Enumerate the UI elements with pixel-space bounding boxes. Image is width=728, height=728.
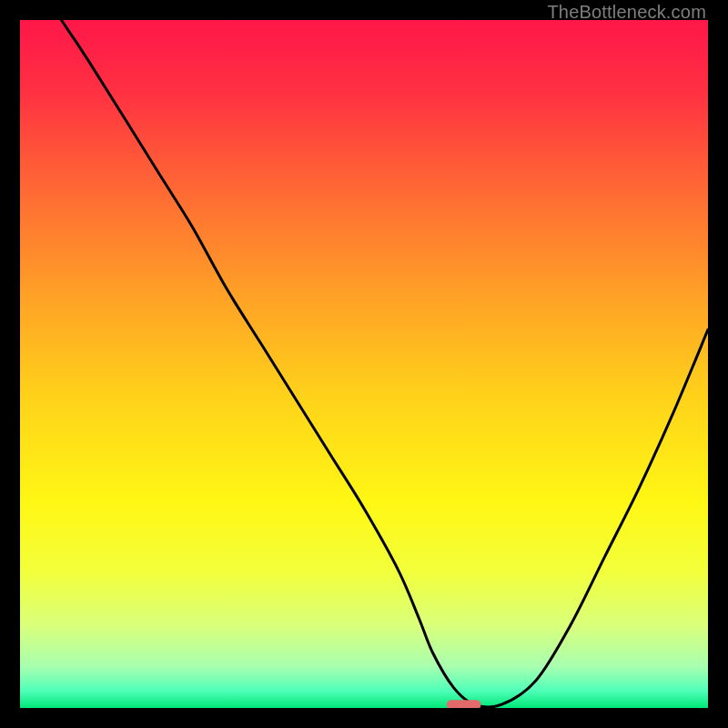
- optimal-marker: [447, 700, 481, 708]
- bottleneck-chart: TheBottleneck.com: [0, 0, 728, 728]
- bottleneck-curve: [61, 20, 708, 707]
- watermark-text: TheBottleneck.com: [547, 2, 706, 23]
- plot-area: [20, 20, 708, 708]
- curve-layer: [20, 20, 708, 708]
